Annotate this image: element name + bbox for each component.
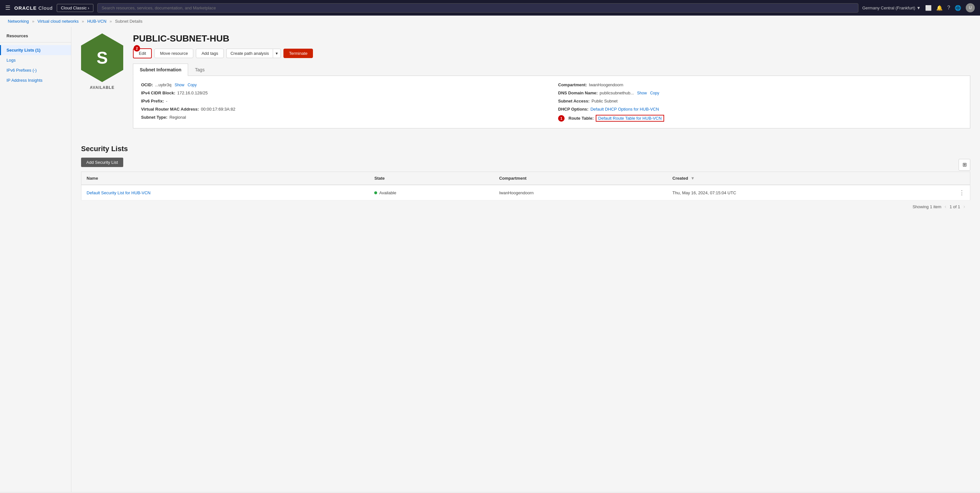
status-dot: [374, 191, 377, 194]
mac-row: Virtual Router MAC Address: 00:00:17:69:…: [141, 107, 545, 111]
create-path-analysis-split-button: Create path analysis ▾: [226, 49, 281, 58]
main-container: Resources Security Lists (1) Logs IPv6 P…: [0, 27, 980, 492]
breadcrumb-networking[interactable]: Networking: [8, 19, 29, 24]
col-name: Name: [81, 172, 369, 185]
terminate-button[interactable]: Terminate: [283, 49, 313, 58]
route-table-highlight: Default Route Table for HUB-VCN: [596, 115, 665, 122]
add-tags-button[interactable]: Add tags: [196, 49, 223, 58]
col-compartment: Compartment: [494, 172, 667, 185]
sidebar-item-ipv6-prefixes[interactable]: IPv6 Prefixes (-): [0, 65, 71, 75]
action-buttons: 2 Edit Move resource Add tags Create pat…: [133, 48, 970, 58]
cell-state: Available: [369, 185, 494, 200]
info-panel: OCID: ...uybr3q Show Copy IPv4 CIDR Bloc…: [133, 76, 970, 129]
sidebar-item-logs[interactable]: Logs: [0, 55, 71, 65]
security-lists-title: Security Lists: [81, 145, 970, 153]
info-col-left: OCID: ...uybr3q Show Copy IPv4 CIDR Bloc…: [141, 83, 545, 122]
cell-created: Thu, May 16, 2024, 07:15:04 UTC: [667, 185, 954, 200]
bell-icon[interactable]: 🔔: [936, 5, 943, 11]
globe-icon[interactable]: 🌐: [955, 5, 961, 11]
subnet-info-header: PUBLIC-SUBNET-HUB 2 Edit Move resource A…: [133, 33, 970, 138]
dns-row: DNS Domain Name: publicsubnethub... Show…: [558, 91, 962, 95]
subnet-status-label: AVAILABLE: [90, 85, 115, 90]
sidebar-item-security-lists[interactable]: Security Lists (1): [0, 45, 71, 55]
ocid-show-link[interactable]: Show: [175, 83, 184, 87]
add-security-list-button[interactable]: Add Security List: [81, 157, 123, 167]
create-path-analysis-dropdown[interactable]: ▾: [273, 49, 281, 58]
oracle-logo: ORACLE Cloud: [14, 5, 53, 11]
sort-icon: ▼: [691, 176, 695, 181]
col-created[interactable]: Created ▼: [667, 172, 954, 185]
pagination-prev[interactable]: ‹: [945, 204, 946, 210]
route-table-link[interactable]: Default Route Table for HUB-VCN: [598, 116, 662, 121]
info-tabs: Subnet Information Tags: [133, 64, 970, 76]
page-title: PUBLIC-SUBNET-HUB: [133, 33, 970, 44]
dhcp-row: DHCP Options: Default DHCP Options for H…: [558, 107, 962, 111]
cell-name: Default Security List for HUB-VCN: [81, 185, 369, 200]
tab-tags[interactable]: Tags: [188, 64, 212, 76]
ocid-row: OCID: ...uybr3q Show Copy: [141, 83, 545, 87]
breadcrumb-vcn[interactable]: Virtual cloud networks: [38, 19, 79, 24]
breadcrumb: Networking » Virtual cloud networks » HU…: [0, 16, 980, 27]
subnet-access-row: Subnet Access: Public Subnet: [558, 99, 962, 103]
content-area: S AVAILABLE PUBLIC-SUBNET-HUB 2 Edit Mov…: [72, 27, 980, 492]
pagination-next[interactable]: ›: [964, 204, 965, 210]
region-selector[interactable]: Germany Central (Frankfurt) ▼: [862, 5, 921, 10]
ipv4-row: IPv4 CIDR Block: 172.16.0.128/25: [141, 91, 545, 95]
table-body: Default Security List for HUB-VCN Availa…: [81, 185, 970, 200]
help-icon[interactable]: ?: [947, 5, 950, 11]
ipv6-row: IPv6 Prefix: -: [141, 99, 545, 103]
dhcp-link[interactable]: Default DHCP Options for HUB-VCN: [590, 107, 659, 111]
table-actions: Add Security List ⊞: [81, 157, 970, 172]
ocid-copy-link[interactable]: Copy: [188, 83, 197, 87]
resources-title: Resources: [0, 33, 71, 43]
move-resource-button[interactable]: Move resource: [154, 49, 193, 58]
security-lists-section: Security Lists Add Security List ⊞ Name …: [81, 145, 970, 213]
grid-view-icon[interactable]: ⊞: [959, 159, 970, 170]
dns-copy-link[interactable]: Copy: [650, 91, 659, 95]
dns-show-link[interactable]: Show: [637, 91, 647, 95]
subnet-type-row: Subnet Type: Regional: [141, 115, 545, 120]
table-header: Name State Compartment Created ▼: [81, 172, 970, 185]
hamburger-menu-icon[interactable]: ☰: [5, 4, 10, 11]
search-input[interactable]: [97, 3, 858, 13]
avatar[interactable]: U: [966, 3, 975, 12]
col-actions: [954, 172, 970, 185]
sidebar: Resources Security Lists (1) Logs IPv6 P…: [0, 27, 72, 492]
top-navigation: ☰ ORACLE Cloud Cloud Classic › Germany C…: [0, 0, 980, 16]
create-path-analysis-button[interactable]: Create path analysis: [226, 49, 273, 58]
route-table-row: 1 Route Table: Default Route Table for H…: [558, 115, 962, 122]
row-menu-icon[interactable]: ⋮: [959, 189, 965, 196]
cell-compartment: IwanHoogendoorn: [494, 185, 667, 200]
security-list-link[interactable]: Default Security List for HUB-VCN: [87, 190, 151, 195]
cell-menu: ⋮: [954, 185, 970, 200]
subnet-icon-container: S AVAILABLE: [81, 33, 123, 90]
breadcrumb-hub-vcn[interactable]: HUB-VCN: [87, 19, 107, 24]
compartment-row: Compartment: IwanHoogendoorn: [558, 83, 962, 87]
subnet-header: S AVAILABLE PUBLIC-SUBNET-HUB 2 Edit Mov…: [81, 33, 970, 138]
info-col-right: Compartment: IwanHoogendoorn DNS Domain …: [558, 83, 962, 122]
monitor-icon[interactable]: ⬜: [925, 5, 932, 11]
nav-right: Germany Central (Frankfurt) ▼ ⬜ 🔔 ? 🌐 U: [862, 3, 975, 12]
sidebar-item-ip-address-insights[interactable]: IP Address Insights: [0, 75, 71, 85]
pagination-page-info: 1 of 1: [950, 204, 960, 209]
breadcrumb-current: Subnet Details: [115, 19, 143, 24]
col-state: State: [369, 172, 494, 185]
edit-badge: 2: [134, 45, 140, 52]
pagination: Showing 1 item ‹ 1 of 1 ›: [81, 200, 970, 213]
tab-subnet-information[interactable]: Subnet Information: [133, 64, 188, 76]
cloud-classic-button[interactable]: Cloud Classic ›: [57, 4, 93, 12]
info-grid: OCID: ...uybr3q Show Copy IPv4 CIDR Bloc…: [141, 83, 962, 122]
table-row: Default Security List for HUB-VCN Availa…: [81, 185, 970, 200]
subnet-hexagon: S: [81, 33, 123, 82]
route-badge: 1: [558, 115, 565, 122]
security-lists-table: Name State Compartment Created ▼ Default…: [81, 172, 970, 200]
edit-btn-wrapper: 2 Edit: [133, 48, 152, 58]
pagination-showing: Showing 1 item: [913, 204, 942, 209]
